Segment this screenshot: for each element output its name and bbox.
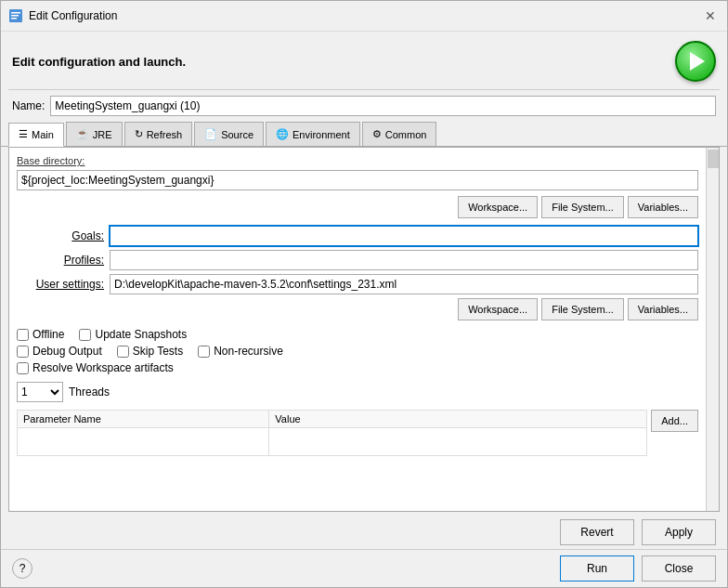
base-dir-section: Base directory: Workspace... File System… <box>17 155 698 218</box>
user-settings-workspace-button[interactable]: Workspace... <box>458 298 538 320</box>
tab-jre[interactable]: ☕ JRE <box>66 122 123 146</box>
param-value-header: Value <box>269 411 647 428</box>
offline-checkbox-item[interactable]: Offline <box>17 328 64 341</box>
base-dir-filesystem-button[interactable]: File System... <box>541 196 624 218</box>
update-snapshots-checkbox-item[interactable]: Update Snapshots <box>79 328 187 341</box>
launch-run-button[interactable] <box>675 41 716 82</box>
add-parameter-button[interactable]: Add... <box>651 410 698 432</box>
user-settings-filesystem-button[interactable]: File System... <box>541 298 624 320</box>
user-settings-label: User settings: <box>17 278 110 291</box>
scrollbar[interactable] <box>706 148 719 511</box>
non-recursive-label: Non-recursive <box>214 345 283 358</box>
close-dialog-button[interactable]: Close <box>642 555 716 581</box>
title-text: Edit Configuration <box>29 9 117 22</box>
params-section: Parameter Name Value Add... <box>17 410 698 460</box>
skip-tests-checkbox-item[interactable]: Skip Tests <box>117 345 183 358</box>
tab-common[interactable]: ⚙ Common <box>362 122 437 146</box>
main-tab-icon: ☰ <box>19 128 28 140</box>
params-table-header-row: Parameter Name Value <box>18 411 647 428</box>
bottom-right-buttons: Run Close <box>560 555 716 581</box>
goals-input[interactable] <box>110 226 698 246</box>
offline-checkbox[interactable] <box>17 329 29 341</box>
threads-label: Threads <box>69 385 110 399</box>
base-dir-row <box>17 170 698 190</box>
help-button[interactable]: ? <box>12 558 32 579</box>
revert-button[interactable]: Revert <box>560 519 634 545</box>
resolve-workspace-label: Resolve Workspace artifacts <box>32 361 174 374</box>
edit-config-icon <box>8 8 23 23</box>
svg-rect-2 <box>11 15 19 17</box>
non-recursive-checkbox-item[interactable]: Non-recursive <box>198 345 283 358</box>
close-button[interactable]: ✕ <box>701 7 720 25</box>
profiles-input[interactable] <box>110 250 698 270</box>
base-dir-label: Base directory: <box>17 155 698 166</box>
base-dir-input[interactable] <box>17 170 698 190</box>
tab-environment[interactable]: 🌐 Environment <box>266 122 360 146</box>
params-table-head: Parameter Name Value <box>18 411 647 428</box>
table-empty-cell <box>18 428 269 456</box>
common-tab-icon: ⚙ <box>372 128 382 140</box>
run-button[interactable]: Run <box>560 555 634 581</box>
tab-main[interactable]: ☰ Main <box>8 123 64 147</box>
table-empty-cell2 <box>269 428 647 456</box>
tabs-bar: ☰ Main ☕ JRE ↻ Refresh 📄 Source 🌐 Enviro… <box>1 122 727 147</box>
debug-output-checkbox[interactable] <box>17 346 29 358</box>
bottom-row: ? Run Close <box>1 549 727 587</box>
scrollbar-thumb[interactable] <box>708 150 719 168</box>
play-icon <box>690 52 705 71</box>
skip-tests-label: Skip Tests <box>133 345 183 358</box>
params-table-body <box>18 428 647 456</box>
threads-row: 1 2 4 Threads <box>17 382 698 402</box>
debug-output-label: Debug Output <box>32 345 102 358</box>
refresh-tab-icon: ↻ <box>135 128 143 140</box>
common-tab-label: Common <box>385 129 427 140</box>
source-tab-label: Source <box>221 129 254 140</box>
jre-tab-label: JRE <box>93 129 112 140</box>
user-settings-variables-button[interactable]: Variables... <box>628 298 698 320</box>
params-table: Parameter Name Value <box>17 410 647 456</box>
environment-tab-label: Environment <box>292 129 350 140</box>
checkbox-row-3: Resolve Workspace artifacts <box>17 361 698 374</box>
main-content-area: Base directory: Workspace... File System… <box>8 147 720 512</box>
name-label: Name: <box>12 99 45 112</box>
skip-tests-checkbox[interactable] <box>117 346 129 358</box>
refresh-tab-label: Refresh <box>147 129 183 140</box>
profiles-row: Profiles: <box>17 250 698 270</box>
edit-configuration-dialog: Edit Configuration ✕ Edit configuration … <box>0 0 728 588</box>
goals-row: Goals: <box>17 226 698 246</box>
param-name-header: Parameter Name <box>18 411 269 428</box>
offline-label: Offline <box>32 328 64 341</box>
update-snapshots-checkbox[interactable] <box>79 329 91 341</box>
base-dir-variables-button[interactable]: Variables... <box>628 196 698 218</box>
name-row: Name: <box>1 90 727 122</box>
tab-source[interactable]: 📄 Source <box>194 122 264 146</box>
tab-refresh[interactable]: ↻ Refresh <box>124 122 193 146</box>
checkbox-row-2: Debug Output Skip Tests Non-recursive <box>17 345 698 358</box>
checkboxes-section: Offline Update Snapshots Debug Output Sk… <box>17 328 698 374</box>
dialog-header-title: Edit configuration and launch. <box>12 55 186 69</box>
resolve-workspace-checkbox[interactable] <box>17 362 29 374</box>
revert-apply-row: Revert Apply <box>1 512 727 549</box>
name-input[interactable] <box>50 96 716 116</box>
jre-tab-icon: ☕ <box>76 128 89 140</box>
svg-rect-1 <box>11 12 20 14</box>
environment-tab-icon: 🌐 <box>276 128 289 140</box>
resolve-workspace-checkbox-item[interactable]: Resolve Workspace artifacts <box>17 361 174 374</box>
update-snapshots-label: Update Snapshots <box>95 328 187 341</box>
inner-content: Base directory: Workspace... File System… <box>9 148 706 511</box>
base-dir-buttons: Workspace... File System... Variables... <box>17 196 698 218</box>
user-settings-buttons: Workspace... File System... Variables... <box>17 298 698 320</box>
threads-select[interactable]: 1 2 4 <box>17 382 63 402</box>
user-settings-input[interactable] <box>110 274 698 294</box>
dialog-header: Edit configuration and launch. <box>1 32 727 89</box>
checkbox-row-1: Offline Update Snapshots <box>17 328 698 341</box>
params-table-container: Parameter Name Value Add... <box>17 410 698 460</box>
goals-label: Goals: <box>17 229 110 242</box>
debug-output-checkbox-item[interactable]: Debug Output <box>17 345 102 358</box>
apply-button[interactable]: Apply <box>642 519 716 545</box>
profiles-label: Profiles: <box>17 254 110 267</box>
base-dir-workspace-button[interactable]: Workspace... <box>458 196 538 218</box>
table-empty-row <box>18 428 647 456</box>
non-recursive-checkbox[interactable] <box>198 346 210 358</box>
title-bar-left: Edit Configuration <box>8 8 117 23</box>
